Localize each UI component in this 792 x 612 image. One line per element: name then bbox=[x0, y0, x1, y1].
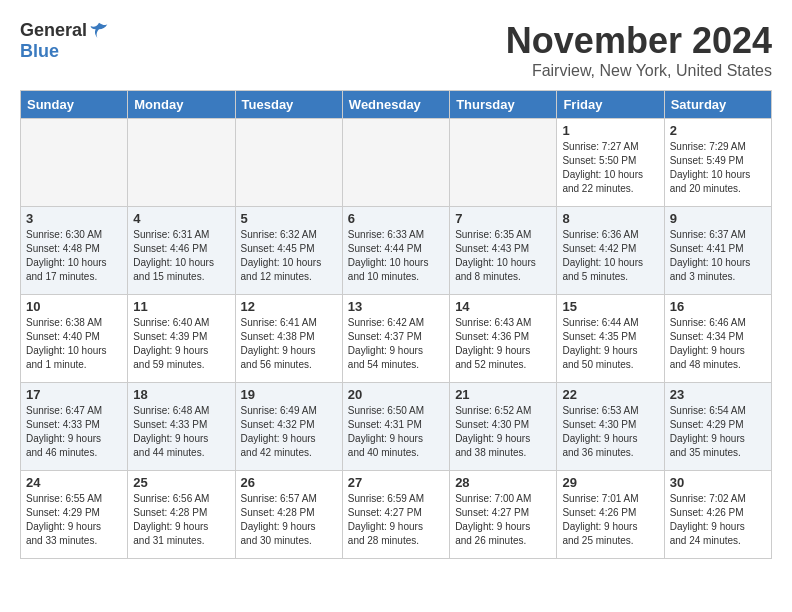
day-header-saturday: Saturday bbox=[664, 91, 771, 119]
day-info: Sunrise: 6:53 AM Sunset: 4:30 PM Dayligh… bbox=[562, 404, 658, 460]
day-header-tuesday: Tuesday bbox=[235, 91, 342, 119]
day-number: 14 bbox=[455, 299, 551, 314]
day-number: 1 bbox=[562, 123, 658, 138]
day-info: Sunrise: 7:29 AM Sunset: 5:49 PM Dayligh… bbox=[670, 140, 766, 196]
day-header-sunday: Sunday bbox=[21, 91, 128, 119]
day-number: 20 bbox=[348, 387, 444, 402]
day-number: 8 bbox=[562, 211, 658, 226]
calendar-cell: 26Sunrise: 6:57 AM Sunset: 4:28 PM Dayli… bbox=[235, 471, 342, 559]
calendar-week-row: 10Sunrise: 6:38 AM Sunset: 4:40 PM Dayli… bbox=[21, 295, 772, 383]
day-number: 27 bbox=[348, 475, 444, 490]
calendar-cell: 1Sunrise: 7:27 AM Sunset: 5:50 PM Daylig… bbox=[557, 119, 664, 207]
day-header-wednesday: Wednesday bbox=[342, 91, 449, 119]
calendar-cell: 15Sunrise: 6:44 AM Sunset: 4:35 PM Dayli… bbox=[557, 295, 664, 383]
calendar-cell: 27Sunrise: 6:59 AM Sunset: 4:27 PM Dayli… bbox=[342, 471, 449, 559]
day-info: Sunrise: 6:48 AM Sunset: 4:33 PM Dayligh… bbox=[133, 404, 229, 460]
day-info: Sunrise: 6:41 AM Sunset: 4:38 PM Dayligh… bbox=[241, 316, 337, 372]
day-number: 3 bbox=[26, 211, 122, 226]
day-info: Sunrise: 7:00 AM Sunset: 4:27 PM Dayligh… bbox=[455, 492, 551, 548]
calendar-cell: 22Sunrise: 6:53 AM Sunset: 4:30 PM Dayli… bbox=[557, 383, 664, 471]
day-number: 23 bbox=[670, 387, 766, 402]
calendar-cell bbox=[450, 119, 557, 207]
calendar-cell: 28Sunrise: 7:00 AM Sunset: 4:27 PM Dayli… bbox=[450, 471, 557, 559]
day-info: Sunrise: 6:32 AM Sunset: 4:45 PM Dayligh… bbox=[241, 228, 337, 284]
calendar-cell: 5Sunrise: 6:32 AM Sunset: 4:45 PM Daylig… bbox=[235, 207, 342, 295]
calendar-cell: 13Sunrise: 6:42 AM Sunset: 4:37 PM Dayli… bbox=[342, 295, 449, 383]
day-number: 2 bbox=[670, 123, 766, 138]
calendar-week-row: 17Sunrise: 6:47 AM Sunset: 4:33 PM Dayli… bbox=[21, 383, 772, 471]
calendar-cell: 12Sunrise: 6:41 AM Sunset: 4:38 PM Dayli… bbox=[235, 295, 342, 383]
day-info: Sunrise: 6:46 AM Sunset: 4:34 PM Dayligh… bbox=[670, 316, 766, 372]
day-number: 16 bbox=[670, 299, 766, 314]
day-info: Sunrise: 7:27 AM Sunset: 5:50 PM Dayligh… bbox=[562, 140, 658, 196]
calendar-cell: 4Sunrise: 6:31 AM Sunset: 4:46 PM Daylig… bbox=[128, 207, 235, 295]
calendar-cell: 24Sunrise: 6:55 AM Sunset: 4:29 PM Dayli… bbox=[21, 471, 128, 559]
logo-blue: Blue bbox=[20, 41, 59, 62]
calendar-cell bbox=[21, 119, 128, 207]
day-info: Sunrise: 6:30 AM Sunset: 4:48 PM Dayligh… bbox=[26, 228, 122, 284]
day-info: Sunrise: 6:59 AM Sunset: 4:27 PM Dayligh… bbox=[348, 492, 444, 548]
day-info: Sunrise: 6:43 AM Sunset: 4:36 PM Dayligh… bbox=[455, 316, 551, 372]
day-number: 12 bbox=[241, 299, 337, 314]
day-number: 28 bbox=[455, 475, 551, 490]
calendar-cell: 19Sunrise: 6:49 AM Sunset: 4:32 PM Dayli… bbox=[235, 383, 342, 471]
calendar-cell: 18Sunrise: 6:48 AM Sunset: 4:33 PM Dayli… bbox=[128, 383, 235, 471]
day-number: 6 bbox=[348, 211, 444, 226]
day-number: 18 bbox=[133, 387, 229, 402]
day-header-friday: Friday bbox=[557, 91, 664, 119]
day-header-monday: Monday bbox=[128, 91, 235, 119]
day-info: Sunrise: 6:47 AM Sunset: 4:33 PM Dayligh… bbox=[26, 404, 122, 460]
day-info: Sunrise: 6:35 AM Sunset: 4:43 PM Dayligh… bbox=[455, 228, 551, 284]
day-number: 5 bbox=[241, 211, 337, 226]
day-info: Sunrise: 6:55 AM Sunset: 4:29 PM Dayligh… bbox=[26, 492, 122, 548]
calendar-table: SundayMondayTuesdayWednesdayThursdayFrid… bbox=[20, 90, 772, 559]
day-info: Sunrise: 6:50 AM Sunset: 4:31 PM Dayligh… bbox=[348, 404, 444, 460]
calendar-week-row: 24Sunrise: 6:55 AM Sunset: 4:29 PM Dayli… bbox=[21, 471, 772, 559]
calendar-cell: 6Sunrise: 6:33 AM Sunset: 4:44 PM Daylig… bbox=[342, 207, 449, 295]
calendar-week-row: 3Sunrise: 6:30 AM Sunset: 4:48 PM Daylig… bbox=[21, 207, 772, 295]
calendar-cell bbox=[128, 119, 235, 207]
day-info: Sunrise: 7:02 AM Sunset: 4:26 PM Dayligh… bbox=[670, 492, 766, 548]
day-number: 17 bbox=[26, 387, 122, 402]
calendar-cell: 14Sunrise: 6:43 AM Sunset: 4:36 PM Dayli… bbox=[450, 295, 557, 383]
calendar-cell: 11Sunrise: 6:40 AM Sunset: 4:39 PM Dayli… bbox=[128, 295, 235, 383]
logo: General Blue bbox=[20, 20, 109, 62]
calendar-cell: 23Sunrise: 6:54 AM Sunset: 4:29 PM Dayli… bbox=[664, 383, 771, 471]
day-info: Sunrise: 6:52 AM Sunset: 4:30 PM Dayligh… bbox=[455, 404, 551, 460]
calendar-cell: 17Sunrise: 6:47 AM Sunset: 4:33 PM Dayli… bbox=[21, 383, 128, 471]
day-info: Sunrise: 7:01 AM Sunset: 4:26 PM Dayligh… bbox=[562, 492, 658, 548]
day-header-thursday: Thursday bbox=[450, 91, 557, 119]
day-number: 9 bbox=[670, 211, 766, 226]
calendar-cell: 2Sunrise: 7:29 AM Sunset: 5:49 PM Daylig… bbox=[664, 119, 771, 207]
calendar-cell: 8Sunrise: 6:36 AM Sunset: 4:42 PM Daylig… bbox=[557, 207, 664, 295]
calendar-cell: 3Sunrise: 6:30 AM Sunset: 4:48 PM Daylig… bbox=[21, 207, 128, 295]
day-info: Sunrise: 6:44 AM Sunset: 4:35 PM Dayligh… bbox=[562, 316, 658, 372]
day-number: 15 bbox=[562, 299, 658, 314]
calendar-cell: 9Sunrise: 6:37 AM Sunset: 4:41 PM Daylig… bbox=[664, 207, 771, 295]
location-title: Fairview, New York, United States bbox=[506, 62, 772, 80]
calendar-cell: 21Sunrise: 6:52 AM Sunset: 4:30 PM Dayli… bbox=[450, 383, 557, 471]
calendar-cell: 20Sunrise: 6:50 AM Sunset: 4:31 PM Dayli… bbox=[342, 383, 449, 471]
day-number: 21 bbox=[455, 387, 551, 402]
day-info: Sunrise: 6:37 AM Sunset: 4:41 PM Dayligh… bbox=[670, 228, 766, 284]
day-info: Sunrise: 6:31 AM Sunset: 4:46 PM Dayligh… bbox=[133, 228, 229, 284]
calendar-cell bbox=[235, 119, 342, 207]
day-info: Sunrise: 6:54 AM Sunset: 4:29 PM Dayligh… bbox=[670, 404, 766, 460]
title-area: November 2024 Fairview, New York, United… bbox=[506, 20, 772, 80]
day-number: 22 bbox=[562, 387, 658, 402]
calendar-week-row: 1Sunrise: 7:27 AM Sunset: 5:50 PM Daylig… bbox=[21, 119, 772, 207]
calendar-cell bbox=[342, 119, 449, 207]
calendar-header-row: SundayMondayTuesdayWednesdayThursdayFrid… bbox=[21, 91, 772, 119]
day-info: Sunrise: 6:38 AM Sunset: 4:40 PM Dayligh… bbox=[26, 316, 122, 372]
calendar-cell: 16Sunrise: 6:46 AM Sunset: 4:34 PM Dayli… bbox=[664, 295, 771, 383]
day-info: Sunrise: 6:56 AM Sunset: 4:28 PM Dayligh… bbox=[133, 492, 229, 548]
day-number: 4 bbox=[133, 211, 229, 226]
calendar-cell: 30Sunrise: 7:02 AM Sunset: 4:26 PM Dayli… bbox=[664, 471, 771, 559]
day-number: 26 bbox=[241, 475, 337, 490]
day-info: Sunrise: 6:36 AM Sunset: 4:42 PM Dayligh… bbox=[562, 228, 658, 284]
day-info: Sunrise: 6:49 AM Sunset: 4:32 PM Dayligh… bbox=[241, 404, 337, 460]
month-title: November 2024 bbox=[506, 20, 772, 62]
day-number: 13 bbox=[348, 299, 444, 314]
calendar-cell: 10Sunrise: 6:38 AM Sunset: 4:40 PM Dayli… bbox=[21, 295, 128, 383]
day-number: 30 bbox=[670, 475, 766, 490]
